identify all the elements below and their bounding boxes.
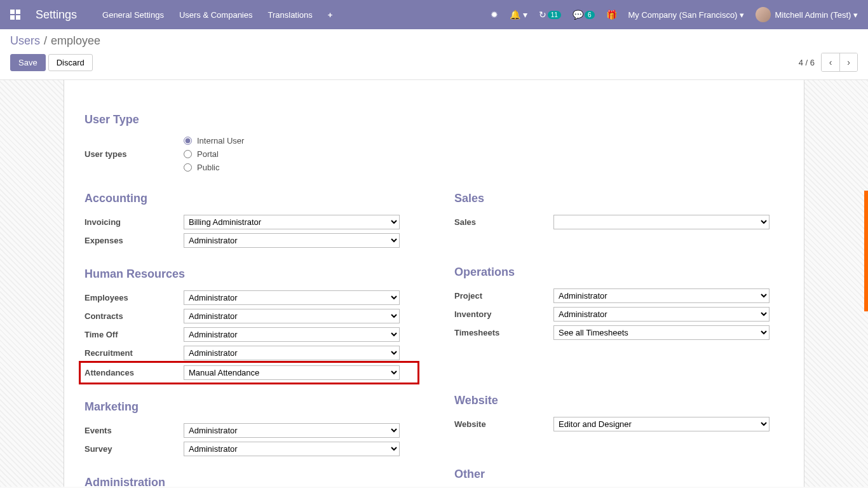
select-timeoff[interactable]: Administrator (184, 327, 400, 342)
bell-icon[interactable]: 🔔 ▾ (510, 10, 527, 20)
select-survey[interactable]: Administrator (184, 442, 400, 456)
select-invoicing[interactable]: Billing Administrator (184, 215, 400, 229)
select-contracts[interactable]: Administrator (184, 309, 400, 323)
menu-users-companies[interactable]: Users & Companies (179, 10, 253, 20)
section-title-marketing: Marketing (85, 400, 414, 414)
select-expenses[interactable]: Administrator (184, 233, 400, 248)
breadcrumb-root[interactable]: Users (10, 34, 40, 48)
discard-button[interactable]: Discard (48, 54, 93, 71)
radio-portal[interactable]: Portal (184, 149, 244, 159)
select-recruitment[interactable]: Administrator (184, 346, 400, 360)
chat-icon[interactable]: 💬6 (573, 10, 595, 20)
save-button[interactable]: Save (10, 54, 46, 71)
avatar (756, 7, 771, 22)
select-attendances[interactable]: Manual Attendance (184, 365, 400, 380)
breadcrumb: Users / employee (10, 34, 858, 48)
top-navbar: Settings General Settings Users & Compan… (0, 0, 868, 29)
label-user-types: User types (85, 149, 184, 159)
user-menu[interactable]: Mitchell Admin (Test) ▾ (756, 7, 858, 22)
select-timesheets[interactable]: See all Timesheets (553, 325, 770, 340)
label-employees: Employees (85, 293, 184, 302)
section-title-hr: Human Resources (85, 268, 414, 281)
label-project: Project (454, 291, 553, 301)
label-inventory: Inventory (454, 309, 553, 319)
section-title-accounting: Accounting (85, 192, 414, 205)
pager-prev-button[interactable]: ‹ (822, 53, 839, 71)
label-recruitment: Recruitment (85, 348, 184, 358)
bug-icon[interactable]: ✹ (491, 10, 498, 20)
pager: 4 / 6 ‹ › (799, 53, 858, 72)
select-events[interactable]: Administrator (184, 423, 400, 438)
select-employees[interactable]: Administrator (184, 290, 400, 305)
section-title-website: Website (454, 394, 783, 407)
label-attendances: Attendances (85, 368, 184, 377)
label-website: Website (454, 419, 553, 429)
company-selector[interactable]: My Company (San Francisco)▾ (628, 10, 745, 20)
menu-add-icon[interactable]: + (328, 10, 333, 20)
section-title-administration: Administration (85, 476, 414, 487)
radio-public[interactable]: Public (184, 163, 244, 172)
label-timesheets: Timesheets (454, 328, 553, 337)
menu-translations[interactable]: Translations (268, 10, 313, 20)
label-expenses: Expenses (85, 236, 184, 245)
row-attendances-highlighted: Attendances Manual Attendance (81, 363, 417, 383)
pager-text: 4 / 6 (799, 58, 815, 67)
label-timeoff: Time Off (85, 330, 184, 339)
label-sales: Sales (454, 217, 553, 227)
select-sales[interactable] (553, 215, 770, 229)
app-brand[interactable]: Settings (36, 8, 77, 22)
form-sheet: User Type User types Internal User Porta… (64, 80, 804, 487)
select-project[interactable]: Administrator (553, 288, 770, 303)
control-panel: Users / employee Save Discard 4 / 6 ‹ › (0, 29, 868, 80)
pager-next-button[interactable]: › (839, 53, 857, 71)
section-title-other: Other (454, 468, 783, 481)
label-contracts: Contracts (85, 311, 184, 321)
breadcrumb-current: employee (51, 34, 100, 48)
menu-general-settings[interactable]: General Settings (102, 10, 164, 20)
activity-icon[interactable]: ↻11 (539, 10, 561, 20)
radio-internal-user[interactable]: Internal User (184, 136, 244, 146)
breadcrumb-sep: / (44, 34, 47, 48)
scroll-indicator[interactable] (864, 191, 868, 311)
select-website[interactable]: Editor and Designer (553, 417, 770, 431)
apps-icon[interactable] (10, 10, 20, 20)
nav-menu: General Settings Users & Companies Trans… (102, 10, 332, 20)
gift-icon[interactable]: 🎁 (606, 10, 617, 20)
select-inventory[interactable]: Administrator (553, 307, 770, 322)
label-invoicing: Invoicing (85, 217, 184, 227)
form-background: User Type User types Internal User Porta… (0, 80, 868, 487)
section-title-usertype: User Type (85, 113, 783, 126)
nav-right: ✹ 🔔 ▾ ↻11 💬6 🎁 My Company (San Francisco… (491, 7, 858, 22)
label-events: Events (85, 426, 184, 435)
label-survey: Survey (85, 444, 184, 454)
section-title-operations: Operations (454, 266, 783, 279)
section-title-sales: Sales (454, 192, 783, 205)
